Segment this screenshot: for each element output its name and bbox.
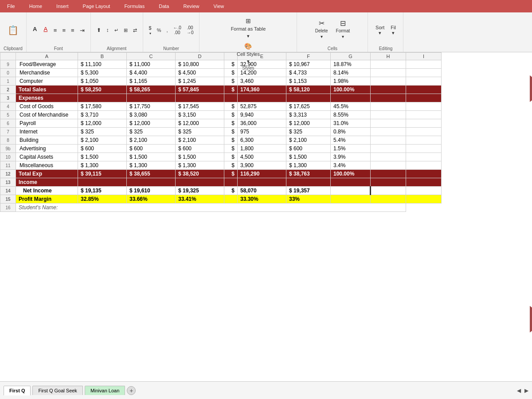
cell-h[interactable]	[371, 170, 406, 178]
cell-f[interactable]: $ 600	[286, 145, 331, 153]
scroll-nav-left[interactable]: ◀	[517, 387, 521, 394]
cell-e[interactable]: 9,940	[238, 111, 286, 119]
cell-f[interactable]	[286, 178, 331, 187]
cell-f[interactable]: $ 58,120	[286, 86, 331, 94]
col-header-c[interactable]: C	[127, 53, 176, 60]
cell-c[interactable]: $ 2,100	[127, 136, 176, 145]
col-header-f[interactable]: F	[286, 53, 331, 60]
cell-b[interactable]: $ 58,250	[78, 86, 127, 94]
cell-e-sign[interactable]: $	[224, 69, 238, 77]
format-button[interactable]: ⊟ Format ▾	[333, 17, 353, 43]
menu-file[interactable]: File	[4, 3, 18, 10]
col-header-a[interactable]: A	[16, 53, 78, 60]
cell-i[interactable]	[406, 136, 442, 145]
cell-i[interactable]	[406, 187, 442, 195]
cell-c[interactable]: $ 38,655	[127, 170, 176, 178]
cell-c[interactable]: $ 17,750	[127, 102, 176, 111]
cell-g[interactable]	[331, 195, 371, 203]
menu-home[interactable]: Home	[27, 3, 45, 10]
add-sheet-button[interactable]: +	[127, 386, 136, 395]
cell-a[interactable]: Miscellaneous	[16, 161, 78, 170]
font-color-button[interactable]: A	[41, 25, 51, 35]
cell-a[interactable]: Capital Assets	[16, 153, 78, 161]
cell-e-sign[interactable]: $	[224, 161, 238, 170]
cell-a[interactable]: Cost of Merchandise	[16, 111, 78, 119]
cell-h[interactable]	[371, 128, 406, 136]
cell-g[interactable]: 8.55%	[331, 111, 371, 119]
cell-b[interactable]: $ 1,050	[78, 77, 127, 86]
cell-e[interactable]	[238, 178, 286, 187]
cell-i[interactable]	[406, 195, 442, 203]
cell-h[interactable]	[371, 77, 406, 86]
cell-g[interactable]: 5.4%	[331, 136, 371, 145]
cell-f[interactable]: $ 19,357	[286, 187, 331, 195]
cell-h[interactable]	[371, 60, 406, 69]
cell-e[interactable]: 4,500	[238, 153, 286, 161]
cell-e[interactable]: 58,070	[238, 187, 286, 195]
cell-c[interactable]: $ 19,610	[127, 187, 176, 195]
sheet-tab-first-q[interactable]: First Q	[4, 386, 31, 395]
cell-h[interactable]	[371, 69, 406, 77]
cell-h[interactable]	[371, 111, 406, 119]
cell-a[interactable]: Expenses	[16, 94, 78, 102]
cell-d[interactable]: $ 19,325	[176, 187, 224, 195]
cell-i[interactable]	[406, 86, 442, 94]
cell-d[interactable]	[176, 178, 224, 187]
cell-e[interactable]: 975	[238, 128, 286, 136]
spreadsheet-wrapper[interactable]: A B C D E F G H I 9Food/Beverage$ 11,100…	[0, 52, 532, 394]
cell-d[interactable]: $ 38,520	[176, 170, 224, 178]
cell-f[interactable]: $ 12,000	[286, 119, 331, 128]
cell-d[interactable]: $ 1,245	[176, 77, 224, 86]
cell-c[interactable]: $ 1,165	[127, 77, 176, 86]
cell-b[interactable]: 32.85%	[78, 195, 127, 203]
cell-f[interactable]: 33%	[286, 195, 331, 203]
cell-b[interactable]: $ 325	[78, 128, 127, 136]
cell-d[interactable]: $ 1,500	[176, 153, 224, 161]
cell-i[interactable]	[406, 128, 442, 136]
cell-a[interactable]: Computer	[16, 77, 78, 86]
cell-g[interactable]: 3.9%	[331, 153, 371, 161]
cell-d[interactable]: 33.41%	[176, 195, 224, 203]
cell-b[interactable]: $ 11,100	[78, 60, 127, 69]
top-align-button[interactable]: ⬆	[94, 26, 103, 35]
cell-g[interactable]: 8.14%	[331, 69, 371, 77]
cell-c[interactable]	[127, 178, 176, 187]
cell-g[interactable]: 45.5%	[331, 102, 371, 111]
sheet-tab-minivan[interactable]: Minivan Loan	[85, 386, 125, 395]
cell-h[interactable]	[371, 102, 406, 111]
cell-e-sign[interactable]: $	[224, 145, 238, 153]
menu-insert[interactable]: Insert	[54, 3, 71, 10]
cell-b[interactable]: $ 1,500	[78, 153, 127, 161]
align-center-button[interactable]: ≡	[60, 26, 68, 35]
cell-e-sign[interactable]: $	[224, 86, 238, 94]
cell-b[interactable]: $ 600	[78, 145, 127, 153]
filter-button[interactable]: Fil▾	[388, 23, 398, 37]
cell-a[interactable]: Advertising	[16, 145, 78, 153]
merge-center-button[interactable]: ⊞	[121, 26, 130, 35]
cell-c[interactable]: $ 3,080	[127, 111, 176, 119]
cell-f[interactable]: $ 2,100	[286, 136, 331, 145]
cell-i[interactable]	[406, 102, 442, 111]
cell-d[interactable]: $ 325	[176, 128, 224, 136]
increase-decimal-button[interactable]: ←.0.00	[171, 24, 184, 36]
cell-f[interactable]: $ 1,500	[286, 153, 331, 161]
cell-e[interactable]	[238, 94, 286, 102]
cell-e[interactable]: 14,200	[238, 69, 286, 77]
cell-a[interactable]: Total Sales	[16, 86, 78, 94]
cell-h[interactable]	[371, 153, 406, 161]
cell-e-sign[interactable]: $	[224, 77, 238, 86]
align-left-button[interactable]: ≡	[51, 26, 59, 35]
cell-f[interactable]: $ 325	[286, 128, 331, 136]
cell-g[interactable]	[331, 94, 371, 102]
cell-e-sign[interactable]: $	[224, 153, 238, 161]
cell-b[interactable]: $ 19,135	[78, 187, 127, 195]
cell-a[interactable]: Total Exp	[16, 170, 78, 178]
cell-f[interactable]: $ 1,300	[286, 161, 331, 170]
cell-d[interactable]: $ 2,100	[176, 136, 224, 145]
comma-button[interactable]: ,	[164, 26, 170, 34]
middle-align-button[interactable]: ↕	[104, 26, 111, 35]
cell-b[interactable]: $ 39,115	[78, 170, 127, 178]
delete-button[interactable]: ✂ Delete ▾	[312, 17, 331, 43]
menu-view[interactable]: View	[211, 3, 227, 10]
cell-b[interactable]	[78, 178, 127, 187]
